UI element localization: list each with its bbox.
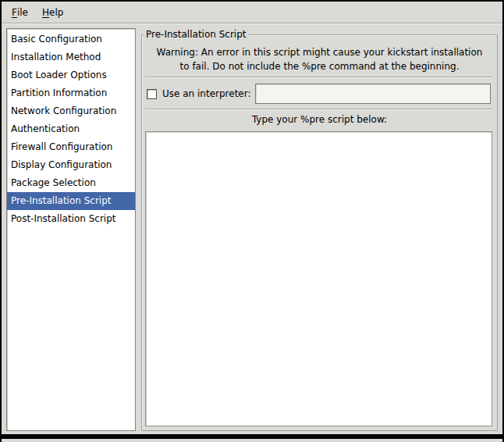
sidebar-item[interactable]: Pre-Installation Script xyxy=(7,192,135,210)
section-list: Basic Configuration Installation Method … xyxy=(6,28,136,431)
kickstart-configurator-window: File Help Basic Configuration Installati… xyxy=(0,0,504,442)
pre-installation-script-frame: Pre-Installation Script Warning: An erro… xyxy=(141,34,498,431)
sidebar-item[interactable]: Display Configuration xyxy=(7,156,135,174)
sidebar-item[interactable]: Partition Information xyxy=(7,84,135,102)
sidebar-item[interactable]: Package Selection xyxy=(7,174,135,192)
warning-text: Warning: An error in this script might c… xyxy=(142,45,497,73)
separator xyxy=(145,109,492,110)
menubar: File Help xyxy=(2,2,502,23)
menu-file[interactable]: File xyxy=(5,2,35,23)
sidebar-item[interactable]: Boot Loader Options xyxy=(7,66,135,84)
sidebar-item[interactable]: Authentication xyxy=(7,120,135,138)
menu-help[interactable]: Help xyxy=(35,2,70,23)
window-bottom-edge xyxy=(2,434,502,439)
warning-line-1: Warning: An error in this script might c… xyxy=(142,45,497,59)
script-area-label: Type your %pre script below: xyxy=(142,114,497,125)
use-interpreter-label: Use an interpreter: xyxy=(162,88,251,99)
sidebar-item[interactable]: Network Configuration xyxy=(7,102,135,120)
pre-script-textarea[interactable] xyxy=(145,131,492,426)
sidebar-item[interactable]: Installation Method xyxy=(7,48,135,66)
use-interpreter-checkbox[interactable] xyxy=(147,89,157,99)
interpreter-entry[interactable] xyxy=(255,84,492,104)
sidebar-item[interactable]: Post-Installation Script xyxy=(7,210,135,228)
warning-line-2: to fail. Do not include the %pre command… xyxy=(142,59,497,73)
frame-title: Pre-Installation Script xyxy=(144,29,249,41)
separator xyxy=(145,77,492,78)
sidebar-item[interactable]: Basic Configuration xyxy=(7,30,135,48)
interpreter-row: Use an interpreter: xyxy=(147,84,491,104)
sidebar-item[interactable]: Firewall Configuration xyxy=(7,138,135,156)
